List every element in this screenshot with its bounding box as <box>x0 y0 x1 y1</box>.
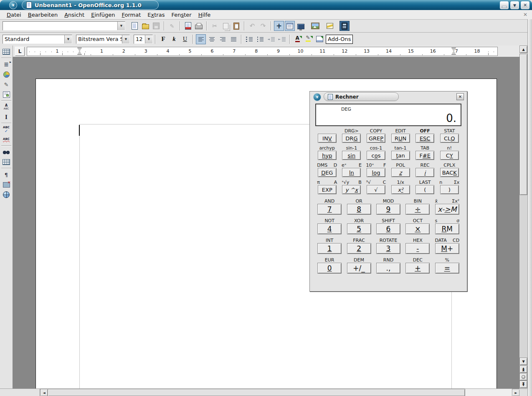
edit-file-icon[interactable] <box>167 21 177 31</box>
copy-icon[interactable] <box>220 21 231 31</box>
horizontal-ruler[interactable]: 1 123456789101112131415161718 <box>27 47 498 56</box>
scroll-up-icon[interactable]: ▲ <box>519 46 527 53</box>
title-tab[interactable]: Unbenannt1 - OpenOffice.org 1.1.0 <box>22 0 159 10</box>
calculator-key[interactable]: 0 <box>317 263 342 274</box>
window-menu-button[interactable] <box>9 1 17 9</box>
undo-icon[interactable] <box>247 21 257 31</box>
print-file-icon[interactable] <box>194 21 204 31</box>
calculator-key[interactable]: y ^ x <box>342 185 361 194</box>
menu-item[interactable]: Datei <box>3 11 25 19</box>
calculator-key[interactable]: + <box>405 263 430 274</box>
menu-item[interactable]: Extras <box>144 11 168 19</box>
calculator-key[interactable]: 5 <box>347 223 371 234</box>
minimize-button[interactable] <box>500 1 509 9</box>
calculator-key[interactable]: tan <box>391 151 410 160</box>
dropdown-arrow-icon[interactable] <box>122 35 129 43</box>
url-combobox[interactable] <box>3 21 125 30</box>
scroll-right-icon[interactable]: ► <box>512 389 520 396</box>
calculator-key[interactable]: ÷ <box>405 204 430 215</box>
open-file-icon[interactable] <box>140 21 150 31</box>
next-page-icon[interactable]: ▼▼ <box>519 381 527 388</box>
font-name-value[interactable]: Bitstream Vera S <box>76 35 122 43</box>
navigator-icon[interactable] <box>274 21 284 31</box>
scroll-left-icon[interactable]: ◄ <box>40 389 48 396</box>
align-left-icon[interactable] <box>196 34 206 44</box>
calculator-key[interactable]: EXP <box>318 185 337 194</box>
online-layout-icon[interactable] <box>1 190 12 200</box>
tab-type-button[interactable]: L <box>15 47 25 56</box>
dialog-close-icon[interactable] <box>456 93 464 100</box>
paragraph-style-combobox[interactable]: Standard <box>3 35 72 44</box>
autospellcheck-icon[interactable]: ABC <box>1 135 12 145</box>
increase-indent-icon[interactable] <box>277 34 287 44</box>
menu-item[interactable]: Bearbeiten <box>25 11 61 19</box>
calculator-key[interactable]: 3 <box>376 243 400 254</box>
bullets-icon[interactable] <box>255 34 265 44</box>
calculator-key[interactable]: 2 <box>347 243 371 254</box>
calculator-key[interactable]: DRG <box>342 134 361 143</box>
font-color-icon[interactable] <box>293 34 303 44</box>
url-value[interactable] <box>3 22 117 30</box>
close-document-icon[interactable] <box>522 11 529 18</box>
calculator-key[interactable]: ESC <box>415 134 434 143</box>
redo-icon[interactable] <box>258 21 268 31</box>
horizontal-scrollbar[interactable]: ◄ ► <box>0 388 527 396</box>
calculator-key[interactable]: ln <box>342 168 361 177</box>
calculator-key[interactable]: cos <box>367 151 385 160</box>
calculator-key[interactable]: z <box>391 168 410 177</box>
hyperlink-bar-icon[interactable] <box>325 21 335 31</box>
dropdown-arrow-icon[interactable] <box>117 22 125 30</box>
dialog-title-tab[interactable]: Rechner <box>324 92 399 101</box>
scroll-down-icon[interactable]: ▼ <box>519 358 527 365</box>
nonprinting-characters-icon[interactable] <box>1 170 12 180</box>
align-right-icon[interactable] <box>218 34 228 44</box>
calculator-key[interactable]: i <box>415 168 434 177</box>
paste-icon[interactable] <box>231 21 241 31</box>
calculator-key[interactable]: RM <box>435 223 459 234</box>
horizontal-scrollbar-thumb[interactable] <box>48 389 465 396</box>
dialog-menu-button[interactable] <box>313 93 321 101</box>
dropdown-arrow-icon[interactable] <box>64 35 72 43</box>
menu-item[interactable]: Ansicht <box>61 11 88 19</box>
stylist-icon[interactable] <box>285 21 295 31</box>
maximize-button[interactable] <box>510 1 519 9</box>
align-center-icon[interactable] <box>207 34 217 44</box>
calculator-key[interactable]: = <box>435 263 459 274</box>
calculator-key[interactable]: 9 <box>376 204 400 215</box>
export-pdf-icon[interactable] <box>183 21 193 31</box>
autotext-icon[interactable]: AABC <box>1 102 12 112</box>
vertical-scrollbar[interactable]: ▲ ▼ ▲▲ ▼▼ <box>519 46 527 396</box>
calculator-key[interactable]: RUN <box>391 134 410 143</box>
calculator-key[interactable]: INV <box>318 134 337 143</box>
font-size-combobox[interactable]: 12 <box>134 35 153 44</box>
gallery-icon[interactable] <box>310 21 320 31</box>
numbering-icon[interactable] <box>244 34 254 44</box>
cut-icon[interactable] <box>210 21 220 31</box>
menu-item[interactable]: Fenster <box>168 11 195 19</box>
calculator-key[interactable]: 7 <box>317 204 342 215</box>
calculator-key[interactable]: M+ <box>435 243 459 254</box>
calculator-key[interactable]: CLQ <box>440 134 459 143</box>
form-functions-icon[interactable] <box>1 89 12 99</box>
paragraph-background-icon[interactable] <box>314 34 324 44</box>
calculator-key[interactable]: 6 <box>376 223 400 234</box>
draw-functions-icon[interactable] <box>1 79 12 89</box>
dropdown-arrow-icon[interactable] <box>145 35 152 43</box>
calculator-key[interactable]: +/_ <box>347 263 371 274</box>
justify-icon[interactable] <box>228 34 238 44</box>
vertical-scrollbar-thumb[interactable] <box>519 54 527 195</box>
insert-table-icon[interactable] <box>1 47 12 57</box>
menu-item[interactable]: Einfügen <box>88 11 118 19</box>
calculator-key[interactable]: CY <box>440 151 459 160</box>
calculator-key[interactable]: ( <box>415 185 434 194</box>
previous-page-icon[interactable]: ▲▲ <box>519 366 527 373</box>
insert-objects-icon[interactable] <box>1 69 12 79</box>
calculator-key[interactable]: √ <box>367 185 385 194</box>
menu-item[interactable]: Hilfe <box>195 11 214 19</box>
paragraph-style-value[interactable]: Standard <box>3 35 64 43</box>
close-button[interactable] <box>521 1 529 9</box>
highlighting-icon[interactable] <box>304 34 314 44</box>
find-replace-icon[interactable] <box>1 147 12 157</box>
addons-button[interactable]: Add-Ons <box>326 35 353 44</box>
calculator-key[interactable]: sin <box>342 151 361 160</box>
